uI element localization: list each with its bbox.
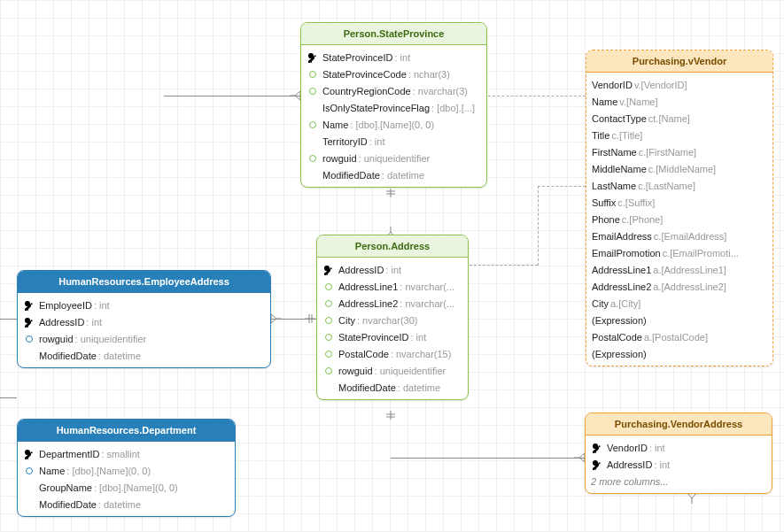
- col-type: c.[Suffix]: [617, 197, 655, 208]
- col-icon: [23, 498, 35, 511]
- col-name: GroupName: [39, 482, 92, 493]
- table-row[interactable]: DepartmentID: smallint: [23, 445, 229, 462]
- col-type: : datetime: [98, 351, 141, 361]
- table-row[interactable]: AddressLine1: nvarchar(...: [322, 278, 462, 295]
- col-name: AddressID: [338, 265, 384, 275]
- index-dot-icon: [322, 314, 335, 327]
- table-row[interactable]: (Expression): [592, 345, 767, 362]
- table-row[interactable]: EmailAddressc.[EmailAddress]: [592, 227, 767, 244]
- col-type: : int: [654, 459, 670, 470]
- entity-columns: EmployeeID: int AddressID: int rowguid: …: [18, 293, 270, 367]
- table-row[interactable]: Namev.[Name]: [592, 93, 767, 110]
- table-row[interactable]: AddressLine1a.[AddressLine1]: [592, 261, 767, 278]
- table-row[interactable]: Titlec.[Title]: [592, 127, 767, 143]
- col-name: LastName: [592, 181, 636, 191]
- table-row[interactable]: (Expression): [592, 312, 767, 328]
- col-name: AddressLine1: [592, 265, 651, 275]
- table-row[interactable]: AddressID: int: [23, 313, 265, 330]
- table-row[interactable]: AddressID: int: [591, 456, 766, 473]
- table-row[interactable]: StateProvinceCode: nchar(3): [307, 66, 481, 82]
- index-dot-icon: [307, 68, 319, 81]
- entity-title: HumanResources.Department: [18, 420, 235, 442]
- key-icon: [591, 442, 603, 454]
- col-type: : int: [410, 332, 426, 343]
- table-row[interactable]: rowguid: uniqueidentifier: [307, 150, 481, 166]
- table-row[interactable]: LastNamec.[LastName]: [592, 177, 767, 194]
- entity-employeeaddress[interactable]: HumanResources.EmployeeAddress EmployeeI…: [17, 270, 271, 368]
- table-row[interactable]: VendorID: int: [591, 439, 766, 456]
- col-name: PostalCode: [592, 332, 642, 343]
- table-row[interactable]: ModifiedDate: datetime: [322, 379, 462, 396]
- table-row[interactable]: PostalCode: nvarchar(15): [322, 345, 462, 362]
- table-row[interactable]: AddressLine2a.[AddressLine2]: [592, 278, 767, 295]
- key-icon: [591, 459, 603, 471]
- col-type: c.[LastName]: [638, 181, 695, 191]
- col-name: TerritoryID: [322, 136, 368, 147]
- col-type: a.[City]: [610, 298, 640, 309]
- key-icon: [23, 448, 35, 460]
- col-type: : nchar(3): [408, 69, 450, 80]
- col-type: : [dbo].[Name](0, 0): [350, 120, 434, 130]
- entity-address[interactable]: Person.Address AddressID: int AddressLin…: [316, 235, 469, 400]
- col-type: v.[VendorID]: [634, 80, 687, 90]
- table-row[interactable]: Name: [dbo].[Name](0, 0): [23, 462, 229, 479]
- table-row[interactable]: GroupName: [dbo].[Name](0, 0): [23, 479, 229, 496]
- er-diagram-canvas[interactable]: Person.StateProvince StateProvinceID: in…: [0, 11, 784, 532]
- entity-stateprovince[interactable]: Person.StateProvince StateProvinceID: in…: [300, 22, 487, 188]
- table-row[interactable]: FirstNamec.[FirstName]: [592, 143, 767, 160]
- col-type: : nvarchar(...: [400, 298, 454, 309]
- rel-line: [0, 319, 17, 320]
- table-row[interactable]: TerritoryID: int: [307, 133, 481, 150]
- table-row[interactable]: rowguid: uniqueidentifier: [322, 362, 462, 379]
- entity-department[interactable]: HumanResources.Department DepartmentID: …: [17, 419, 236, 517]
- more-columns[interactable]: 2 more columns...: [591, 473, 766, 490]
- col-type: : uniqueidentifier: [75, 334, 147, 344]
- col-name: DepartmentID: [39, 449, 99, 459]
- col-type: v.[Name]: [619, 96, 657, 107]
- col-name: StateProvinceCode: [322, 69, 407, 80]
- table-row[interactable]: rowguid: uniqueidentifier: [23, 330, 265, 347]
- entity-vendoraddress[interactable]: Purchasing.VendorAddress VendorID: int A…: [585, 412, 772, 494]
- table-row[interactable]: ModifiedDate: datetime: [23, 496, 229, 513]
- table-row[interactable]: AddressID: int: [322, 261, 462, 278]
- table-row[interactable]: EmailPromotionc.[EmailPromoti...: [592, 244, 767, 261]
- table-row[interactable]: Suffixc.[Suffix]: [592, 194, 767, 211]
- table-row[interactable]: StateProvinceID: int: [307, 49, 481, 66]
- table-row[interactable]: ModifiedDate: datetime: [307, 166, 481, 183]
- table-row[interactable]: ModifiedDate: datetime: [23, 347, 265, 364]
- col-type: c.[Title]: [611, 130, 642, 141]
- table-row[interactable]: ContactTypect.[Name]: [592, 110, 767, 127]
- table-row[interactable]: MiddleNamec.[MiddleName]: [592, 160, 767, 177]
- entity-vvendor[interactable]: Purchasing.vVendor VendorIDv.[VendorID] …: [586, 50, 773, 366]
- entity-title: Person.StateProvince: [301, 23, 486, 45]
- index-dot-icon: [23, 465, 35, 477]
- rel-line-dashed: [538, 186, 586, 187]
- table-row[interactable]: StateProvinceID: int: [322, 328, 462, 345]
- table-row[interactable]: VendorIDv.[VendorID]: [592, 76, 767, 93]
- table-row[interactable]: AddressLine2: nvarchar(...: [322, 295, 462, 312]
- index-dot-icon: [322, 331, 335, 343]
- col-name: IsOnlyStateProvinceFlag: [322, 103, 430, 113]
- table-row[interactable]: City: nvarchar(30): [322, 312, 462, 328]
- col-type: : int: [369, 136, 385, 147]
- col-type: : nvarchar(3): [413, 86, 468, 96]
- rel-line: [0, 397, 17, 398]
- col-name: AddressLine2: [338, 298, 398, 309]
- table-row[interactable]: Phonec.[Phone]: [592, 211, 767, 227]
- table-row[interactable]: Name: [dbo].[Name](0, 0): [307, 116, 481, 133]
- table-row[interactable]: PostalCodea.[PostalCode]: [592, 328, 767, 345]
- col-name: ModifiedDate: [39, 499, 97, 510]
- col-name: City: [592, 298, 609, 309]
- rel-line-dashed: [470, 265, 538, 266]
- col-type: : datetime: [98, 499, 141, 510]
- rel-line: [0, 11, 1, 55]
- table-row[interactable]: Citya.[City]: [592, 295, 767, 312]
- table-row[interactable]: EmployeeID: int: [23, 297, 265, 313]
- table-row[interactable]: CountryRegionCode: nvarchar(3): [307, 82, 481, 99]
- table-row[interactable]: IsOnlyStateProvinceFlag: [dbo].[...]: [307, 99, 481, 116]
- col-type: : datetime: [382, 170, 424, 181]
- index-dot-icon: [322, 365, 335, 377]
- index-dot-icon: [322, 348, 335, 360]
- col-name: ModifiedDate: [39, 351, 97, 361]
- crow-foot-icon: [574, 452, 585, 466]
